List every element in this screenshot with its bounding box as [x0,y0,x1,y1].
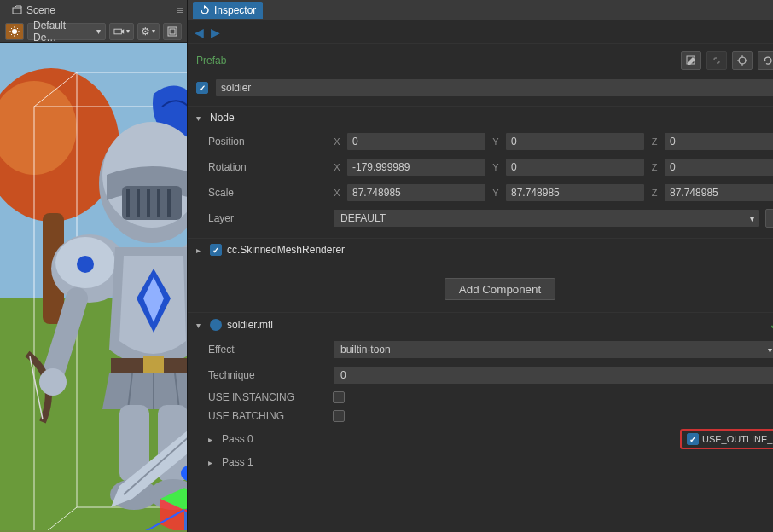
use-outline-pass-highlight: USE_OUTLINE_PASS [680,429,773,449]
position-y-input[interactable] [505,132,645,151]
material-icon [210,319,222,331]
inspector-panel-header: Inspector ≡ [188,0,773,20]
prefab-label: Prefab [196,55,226,66]
layer-edit-btn[interactable]: Edit [765,209,773,228]
svg-rect-45 [143,356,164,375]
nav-back-btn[interactable]: ◀ [195,26,204,39]
refresh-icon [200,5,210,15]
add-component-btn[interactable]: Add Component [445,278,555,300]
chevron-right-icon: ▸ [208,458,217,467]
layer-row: Layer DEFAULT Edit [188,205,773,231]
pass0-label[interactable]: Pass 0 [222,433,675,445]
effect-select[interactable]: builtin-toon [333,340,773,359]
scene-tab[interactable]: Scene [5,2,62,19]
scale-x-input[interactable] [346,183,486,202]
technique-row: Technique 0 [188,362,773,388]
component-header[interactable]: ▸ cc.SkinnedMeshRenderer [188,238,773,261]
svg-point-40 [77,256,94,273]
svg-point-1 [12,29,17,34]
effect-row: Effect builtin-toon [188,337,773,362]
position-x-input[interactable] [346,132,486,151]
scene-icon [12,5,22,15]
inspector-nav: ◀ ▶ [188,20,773,44]
pass1-label[interactable]: Pass 1 [222,456,773,468]
technique-select[interactable]: 0 [333,366,773,385]
svg-marker-65 [204,5,206,9]
prefab-locate-btn[interactable] [732,51,753,70]
object-enabled-checkbox[interactable] [196,82,208,94]
inspector-tab[interactable]: Inspector [193,2,263,19]
use-instancing-checkbox[interactable] [333,391,345,403]
rotation-row: Rotation X Y Z [188,154,773,180]
chevron-down-icon: ▾ [196,113,205,123]
svg-rect-30 [122,186,182,220]
scene-viewport[interactable]: y z [0,43,187,532]
prefab-unlink-btn[interactable] [706,51,727,70]
material-header[interactable]: ▾ soldier.mtl ✓ ↻ [188,312,773,337]
aspect-btn[interactable] [163,23,182,40]
scene-tab-label: Scene [26,4,55,16]
panel-menu-btn[interactable]: ≡ [177,3,182,17]
object-name-input[interactable] [215,78,773,97]
nav-forward-btn[interactable]: ▶ [211,26,220,39]
camera-btn[interactable]: ▾ [109,23,134,40]
use-outline-pass-checkbox[interactable] [687,433,699,445]
settings-btn[interactable]: ▾ [137,23,160,40]
object-name-row [188,73,773,106]
use-instancing-row: USE INSTANCING [188,388,773,407]
prefab-row: Prefab [188,44,773,73]
inspector-tab-label: Inspector [214,4,256,16]
position-row: Position X Y Z [188,129,773,154]
rotation-y-input[interactable] [505,158,645,176]
scene-panel-header: Scene ≡ [0,0,187,20]
rotation-x-input[interactable] [346,158,486,176]
scene-toolbar: Default De… ▾ ▾ [0,20,187,43]
svg-point-68 [739,57,746,64]
render-mode-dropdown[interactable]: Default De… [27,23,106,40]
node-section-header[interactable]: ▾ Node [188,106,773,129]
svg-rect-0 [13,8,21,14]
chevron-down-icon: ▾ [196,321,205,330]
pass1-row: ▸ Pass 1 [188,453,773,471]
lighting-toggle-btn[interactable] [5,23,24,40]
prefab-edit-btn[interactable] [681,51,701,70]
apply-material-btn[interactable]: ✓ [770,318,773,332]
position-z-input[interactable] [664,132,773,151]
scale-y-input[interactable] [505,183,645,202]
rotation-z-input[interactable] [664,158,773,176]
layer-select[interactable]: DEFAULT [333,209,760,228]
scale-z-input[interactable] [664,183,773,202]
chevron-right-icon: ▸ [208,435,217,444]
svg-rect-2 [114,29,121,34]
svg-rect-4 [170,29,175,34]
gear-icon [141,26,150,38]
prefab-revert-btn[interactable] [758,51,773,70]
scale-row: Scale X Y Z [188,180,773,205]
component-enabled-checkbox[interactable] [210,244,222,256]
chevron-right-icon: ▸ [196,246,205,255]
use-batching-checkbox[interactable] [333,410,345,422]
pass0-row: ▸ Pass 0 USE_OUTLINE_PASS [188,425,773,453]
svg-point-54 [39,368,67,396]
use-batching-row: USE BATCHING [188,407,773,425]
